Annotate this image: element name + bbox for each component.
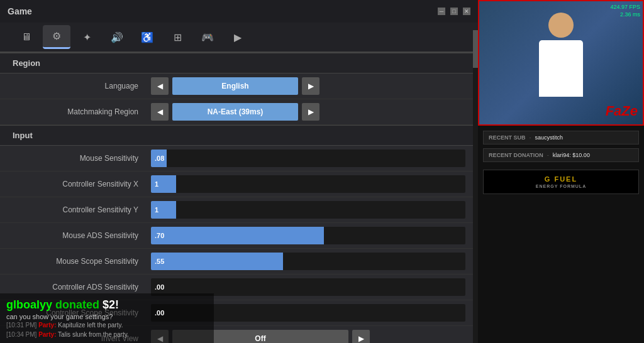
invert-view-label: Invert View bbox=[13, 334, 151, 343]
tab-accessibility[interactable]: ♿ bbox=[133, 25, 161, 49]
invert-view-control: ◀ Off ▶ bbox=[151, 330, 465, 343]
tab-audio[interactable]: 🔊 bbox=[103, 25, 131, 49]
recent-donation-row: RECENT DONATION - klari94: $10.00 bbox=[483, 148, 639, 162]
mouse-sensitivity-slider[interactable]: .08 bbox=[151, 150, 465, 167]
controller-sensitivity-x-slider[interactable]: 1 bbox=[151, 175, 465, 193]
invert-view-value[interactable]: Off bbox=[172, 330, 348, 343]
fps-counter: 424.97 FPS 2.36 ms bbox=[610, 4, 640, 18]
matchmaking-next-button[interactable]: ▶ bbox=[302, 103, 319, 121]
matchmaking-label: Matchmaking Region bbox=[13, 107, 151, 116]
tab-video[interactable]: ▶ bbox=[224, 25, 252, 49]
language-prev-button[interactable]: ◀ bbox=[151, 77, 169, 95]
controller-scope-sensitivity-value: .00 bbox=[151, 309, 164, 317]
mouse-sensitivity-value: .08 bbox=[151, 155, 164, 162]
title-left: Game bbox=[8, 6, 32, 16]
controller-sensitivity-y-control: 1 bbox=[151, 201, 465, 219]
maximize-button[interactable]: □ bbox=[450, 8, 458, 15]
game-settings-panel: Game ─ □ ✕ 🖥 ⚙ ✦ 🔊 ♿ ⊞ 🎮 ▶ Region Langua… bbox=[0, 0, 478, 343]
webcam-area: 424.97 FPS 2.36 ms FaZe bbox=[478, 0, 644, 126]
recent-sub-row: RECENT SUB - saucystitch bbox=[483, 131, 639, 144]
minimize-button[interactable]: ─ bbox=[438, 8, 445, 15]
tab-display[interactable]: 🖥 bbox=[13, 25, 40, 49]
controller-sensitivity-y-row: Controller Sensitivity Y 1 bbox=[0, 197, 478, 223]
mouse-scope-sensitivity-row: Mouse Scope Sensitivity .55 bbox=[0, 249, 478, 275]
mouse-scope-sensitivity-value: .55 bbox=[151, 258, 164, 265]
invert-view-row: Invert View ◀ Off ▶ bbox=[0, 326, 478, 343]
gfuel-logo-inner: G FUEL ENERGY FORMULA bbox=[536, 175, 586, 188]
language-control: ◀ English ▶ bbox=[151, 77, 465, 95]
mouse-sensitivity-row: Mouse Sensitivity .08 bbox=[0, 146, 478, 172]
mouse-ads-sensitivity-fill bbox=[151, 227, 324, 244]
language-row: Language ◀ English ▶ bbox=[0, 74, 478, 99]
gfuel-text: G FUEL ENERGY FORMULA bbox=[536, 175, 586, 188]
mouse-scope-sensitivity-label: Mouse Scope Sensitivity bbox=[13, 257, 151, 266]
recent-donation-value: klari94: $10.00 bbox=[553, 152, 590, 158]
invert-view-next-button[interactable]: ▶ bbox=[352, 330, 370, 343]
mouse-ads-sensitivity-row: Mouse ADS Sensitivity .70 bbox=[0, 223, 478, 249]
controller-ads-sensitivity-row: Controller ADS Sensitivity .00 bbox=[0, 275, 478, 300]
tab-settings[interactable]: ⚙ bbox=[43, 25, 70, 49]
title-bar: Game ─ □ ✕ bbox=[0, 0, 478, 23]
mouse-sensitivity-label: Mouse Sensitivity bbox=[13, 154, 151, 163]
controller-sensitivity-x-label: Controller Sensitivity X bbox=[13, 180, 151, 188]
controller-sensitivity-x-value: 1 bbox=[151, 180, 158, 188]
gfuel-sub: ENERGY FORMULA bbox=[536, 184, 586, 188]
controller-ads-sensitivity-control: .00 bbox=[151, 278, 465, 296]
invert-view-prev-button[interactable]: ◀ bbox=[151, 330, 169, 343]
recent-sub-value: saucystitch bbox=[535, 134, 564, 141]
controller-ads-sensitivity-label: Controller ADS Sensitivity bbox=[13, 283, 151, 291]
controller-scope-sensitivity-row: Controller Scope Sensitivity .00 bbox=[0, 300, 478, 326]
recent-donation-label: RECENT DONATION bbox=[489, 152, 543, 158]
window-title: Game bbox=[8, 6, 32, 16]
controller-scope-sensitivity-slider[interactable]: .00 bbox=[151, 304, 465, 322]
controller-ads-sensitivity-value: .00 bbox=[151, 283, 164, 291]
mouse-ads-sensitivity-value: .70 bbox=[151, 232, 164, 239]
recent-sub-label: RECENT SUB bbox=[489, 134, 526, 141]
matchmaking-value[interactable]: NA-East (39ms) bbox=[172, 103, 298, 121]
recent-donation-dash: - bbox=[547, 152, 549, 158]
person-body bbox=[539, 40, 583, 97]
nav-tabs: 🖥 ⚙ ✦ 🔊 ♿ ⊞ 🎮 ▶ bbox=[0, 23, 478, 53]
controller-sensitivity-y-value: 1 bbox=[151, 206, 158, 214]
ms-value: 2.36 ms bbox=[620, 11, 640, 18]
input-section-header: Input bbox=[0, 125, 478, 146]
mouse-ads-sensitivity-slider[interactable]: .70 bbox=[151, 227, 465, 244]
faze-logo: FaZe bbox=[606, 103, 638, 119]
controller-scope-sensitivity-control: .00 bbox=[151, 304, 465, 322]
close-button[interactable]: ✕ bbox=[463, 8, 470, 15]
controller-ads-sensitivity-slider[interactable]: .00 bbox=[151, 278, 465, 296]
controller-sensitivity-y-label: Controller Sensitivity Y bbox=[13, 205, 151, 214]
stream-panel: 424.97 FPS 2.36 ms FaZe RECENT SUB - sau… bbox=[478, 0, 644, 343]
region-section-header: Region bbox=[0, 53, 478, 74]
window-controls: ─ □ ✕ bbox=[438, 8, 470, 15]
controller-scope-sensitivity-label: Controller Scope Sensitivity bbox=[13, 308, 151, 317]
matchmaking-prev-button[interactable]: ◀ bbox=[151, 103, 169, 121]
mouse-scope-sensitivity-fill bbox=[151, 253, 283, 270]
tab-controller[interactable]: 🎮 bbox=[194, 25, 221, 49]
matchmaking-row: Matchmaking Region ◀ NA-East (39ms) ▶ bbox=[0, 99, 478, 125]
language-label: Language bbox=[13, 82, 151, 90]
scroll-thumb[interactable] bbox=[473, 30, 478, 68]
gfuel-logo: G FUEL ENERGY FORMULA bbox=[483, 170, 639, 194]
mouse-scope-sensitivity-slider[interactable]: .55 bbox=[151, 253, 465, 270]
tab-brightness[interactable]: ✦ bbox=[73, 25, 101, 49]
mouse-ads-sensitivity-label: Mouse ADS Sensitivity bbox=[13, 231, 151, 240]
streamer-silhouette bbox=[523, 13, 599, 113]
language-value[interactable]: English bbox=[172, 77, 298, 95]
controller-sensitivity-y-slider[interactable]: 1 bbox=[151, 201, 465, 219]
controller-sensitivity-x-row: Controller Sensitivity X 1 bbox=[0, 172, 478, 197]
tab-hud[interactable]: ⊞ bbox=[164, 25, 191, 49]
mouse-sensitivity-control: .08 bbox=[151, 150, 465, 167]
language-next-button[interactable]: ▶ bbox=[302, 77, 319, 95]
controller-sensitivity-x-control: 1 bbox=[151, 175, 465, 193]
stream-info: RECENT SUB - saucystitch RECENT DONATION… bbox=[478, 126, 644, 167]
mouse-scope-sensitivity-control: .55 bbox=[151, 253, 465, 270]
settings-content: Region Language ◀ English ▶ Matchmaking … bbox=[0, 53, 478, 343]
gfuel-brand: G FUEL bbox=[545, 175, 577, 183]
fps-value: 424.97 FPS bbox=[610, 4, 640, 10]
recent-sub-dash: - bbox=[530, 134, 531, 141]
person-head bbox=[548, 13, 574, 38]
scrollbar[interactable] bbox=[473, 30, 478, 343]
mouse-ads-sensitivity-control: .70 bbox=[151, 227, 465, 244]
matchmaking-control: ◀ NA-East (39ms) ▶ bbox=[151, 103, 465, 121]
